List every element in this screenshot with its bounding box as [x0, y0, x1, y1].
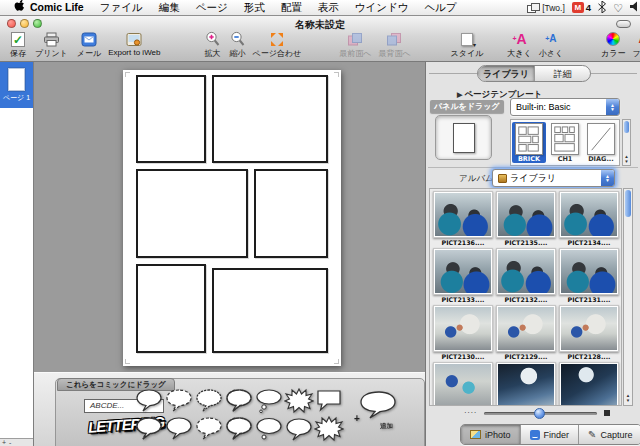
page-corner-mark: [125, 72, 130, 77]
photo-scrollbar[interactable]: ▲▼: [623, 188, 633, 406]
photo-item[interactable]: [496, 362, 556, 406]
export-iweb-button[interactable]: Export to iWeb: [108, 30, 160, 57]
fit-page-button[interactable]: ページ合わせ: [252, 30, 301, 59]
page-corner-mark: [125, 359, 130, 364]
photo-item[interactable]: PICT2135....: [496, 191, 556, 246]
album-select[interactable]: ライブラリ ▲▼: [492, 169, 615, 187]
photo-item[interactable]: PICT2130....: [433, 305, 493, 360]
close-window-button[interactable]: [7, 19, 16, 28]
menu-page[interactable]: ページ: [188, 0, 236, 15]
menu-view[interactable]: 表示: [310, 0, 347, 15]
scrollbar-thumb[interactable]: [624, 121, 629, 133]
template-brick[interactable]: BRICK: [512, 122, 546, 163]
thought-balloon-icon[interactable]: [254, 416, 284, 442]
capture-source-button[interactable]: ✎Capture: [578, 425, 640, 444]
mail-unread-count: 4: [586, 2, 591, 13]
grid-layout-icon: [551, 123, 579, 155]
bring-front-icon: [347, 30, 363, 48]
apple-menu-icon[interactable]: [6, 0, 22, 16]
rect-balloon-icon[interactable]: [314, 388, 344, 414]
font-bigger-button[interactable]: +A 大きく: [507, 30, 531, 59]
tab-details[interactable]: 詳細: [534, 66, 590, 81]
template-diag[interactable]: DIAG...: [584, 122, 618, 163]
comic-panel-3[interactable]: [136, 169, 248, 258]
photo-item[interactable]: PICT2129....: [496, 305, 556, 360]
volume-menu-icon[interactable]: [630, 1, 640, 14]
panel-drag-well[interactable]: [435, 115, 492, 160]
style-button[interactable]: スタイル: [451, 30, 484, 59]
photo-item[interactable]: [433, 362, 493, 406]
size-slider[interactable]: [484, 412, 597, 415]
email-button[interactable]: メール: [77, 30, 101, 59]
comic-panel-2[interactable]: [212, 75, 328, 163]
remove-page-button[interactable]: -: [9, 439, 11, 446]
zoom-out-button[interactable]: 縮小: [229, 30, 245, 59]
photo-item[interactable]: PICT2128....: [559, 305, 619, 360]
menu-comic-life[interactable]: Comic Life: [22, 0, 92, 15]
tab-library[interactable]: ライブラリ: [478, 66, 534, 81]
add-balloon-button[interactable]: + 追加: [350, 391, 406, 421]
comic-panel-4[interactable]: [254, 169, 328, 258]
colors-button[interactable]: カラー: [601, 30, 625, 59]
dashed-balloon-icon[interactable]: [194, 416, 224, 442]
sidebar-page-1[interactable]: ページ 1: [0, 62, 33, 108]
large-size-icon: [604, 410, 610, 416]
photo-item[interactable]: PICT2134....: [559, 191, 619, 246]
menu-edit[interactable]: 編集: [151, 0, 188, 15]
scrollbar-arrows-icon[interactable]: ▲▼: [623, 154, 630, 164]
album-label: アルバム: [459, 173, 494, 185]
photo-grid: PICT2136.... PICT2135.... PICT2134.... P…: [429, 188, 622, 406]
heart-status-icon[interactable]: ♡: [613, 3, 623, 13]
cloud-balloon-icon[interactable]: [224, 416, 254, 442]
oval-balloon-icon[interactable]: [284, 416, 314, 442]
menu-help[interactable]: ヘルプ: [416, 0, 464, 15]
photo-item[interactable]: PICT2133....: [433, 248, 493, 303]
slider-knob[interactable]: [534, 408, 545, 419]
mail-status-menu[interactable]: M 4: [572, 2, 591, 13]
minimize-window-button[interactable]: [20, 19, 29, 28]
burst-balloon-icon[interactable]: [314, 416, 344, 442]
comic-page[interactable]: [123, 70, 341, 366]
template-ch1[interactable]: CH1: [548, 122, 582, 163]
template-scrollbar[interactable]: ▲▼: [622, 119, 631, 166]
font-smaller-button[interactable]: +A 小さく: [539, 30, 563, 59]
scrollbar-arrows-icon[interactable]: ▲▼: [624, 393, 632, 403]
comic-panel-1[interactable]: [136, 75, 206, 163]
photo-item[interactable]: PICT2132....: [496, 248, 556, 303]
save-button[interactable]: ✓ 保存: [10, 30, 26, 59]
scrollbar-thumb[interactable]: [625, 190, 631, 217]
pages-sidebar: ページ 1 + -: [0, 62, 34, 446]
toolbar-toggle-pill[interactable]: [616, 20, 631, 28]
photo-item[interactable]: [559, 362, 619, 406]
template-set-select[interactable]: Built-in: Basic ▲▼: [510, 98, 620, 116]
bluetooth-menu-icon[interactable]: [598, 1, 606, 15]
cloud-balloon-icon[interactable]: [224, 388, 254, 414]
dotted-balloon-icon[interactable]: [194, 388, 224, 414]
blank-panel-icon[interactable]: [453, 123, 475, 153]
cloud-balloon-icon[interactable]: [134, 416, 164, 442]
comic-panel-6[interactable]: [212, 268, 328, 353]
template-list: BRICK CH1 DIAG...: [510, 119, 620, 166]
menu-window[interactable]: ウインドウ: [347, 0, 417, 15]
burst-balloon-icon[interactable]: [284, 388, 314, 414]
user-switcher-menu[interactable]: [Two.]: [527, 3, 565, 13]
speech-balloon-icon[interactable]: [164, 416, 194, 442]
add-page-button[interactable]: +: [2, 439, 6, 446]
menu-arrange[interactable]: 配置: [273, 0, 310, 15]
speech-balloon-icon[interactable]: [134, 388, 164, 414]
iphoto-source-button[interactable]: iPhoto: [461, 425, 520, 444]
finder-source-button[interactable]: Finder: [520, 425, 579, 444]
fonts-button[interactable]: Abc フォント: [632, 30, 640, 59]
photo-item[interactable]: PICT2136....: [433, 191, 493, 246]
zoom-window-button[interactable]: [33, 19, 42, 28]
photo-thumbnail: [498, 193, 554, 236]
diagonal-layout-icon: [587, 123, 615, 155]
comic-panel-5[interactable]: [136, 264, 206, 353]
print-button[interactable]: プリント: [35, 30, 68, 59]
thought-balloon-icon[interactable]: [254, 388, 284, 414]
menu-file[interactable]: ファイル: [92, 0, 151, 15]
photo-item[interactable]: PICT2131....: [559, 248, 619, 303]
dashed-balloon-icon[interactable]: [164, 388, 194, 414]
zoom-in-button[interactable]: 拡大: [204, 30, 220, 59]
menu-format[interactable]: 形式: [236, 0, 273, 15]
